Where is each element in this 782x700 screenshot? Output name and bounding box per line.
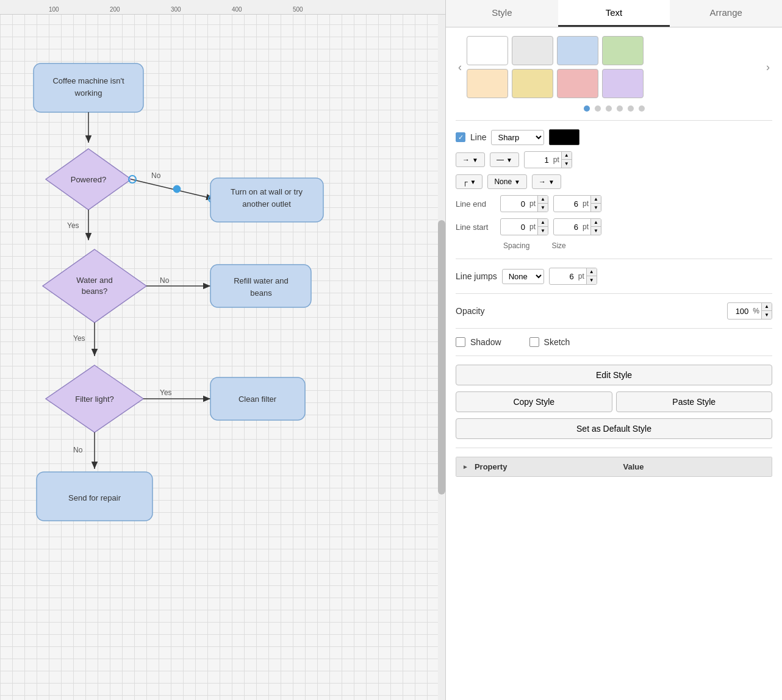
arrow-end-btn[interactable]: → ▼ [532,174,561,189]
swatches-prev-arrow[interactable]: ‹ [456,61,464,74]
ruler-mark-100: 100 [49,6,59,13]
line-jumps-size-input[interactable]: pt ▲ ▼ [549,268,597,285]
line-weight-input[interactable]: pt ▲ ▼ [524,151,572,168]
swatch-light-yellow[interactable] [512,69,553,98]
svg-marker-17 [43,249,146,323]
dot-5[interactable] [628,105,634,112]
set-default-style-button[interactable]: Set as Default Style [456,418,772,439]
opacity-down[interactable]: ▼ [762,311,772,319]
line-end-spacing-input[interactable]: pt ▲ ▼ [500,195,548,212]
line-end-size-down[interactable]: ▼ [591,204,601,212]
paste-style-button[interactable]: Paste Style [616,391,773,412]
line-start-size-down[interactable]: ▼ [591,227,601,235]
line-start-size-up[interactable]: ▲ [591,219,601,227]
svg-text:working: working [74,88,102,98]
divider-4 [456,328,772,329]
line-jumps-size-up[interactable]: ▲ [587,268,597,276]
dot-3[interactable] [606,105,612,112]
line-color-swatch[interactable] [549,129,579,145]
svg-text:Send for repair: Send for repair [68,493,121,502]
line-checkbox[interactable]: ✓ [456,132,465,142]
tab-arrange[interactable]: Arrange [670,0,782,27]
sketch-checkbox[interactable] [529,337,539,347]
swatch-white[interactable] [467,36,508,65]
canvas-scrollbar-thumb[interactable] [438,220,445,495]
line-style-btn[interactable]: — ▼ [490,152,519,167]
svg-line-7 [131,179,213,199]
line-jumps-select[interactable]: None Arc Gap Sharp [502,269,544,284]
flowchart-svg: Coffee machine isn't working Powered? No… [0,15,445,698]
line-weight-down[interactable]: ▼ [562,160,572,168]
line-start-spacing-down[interactable]: ▼ [538,227,548,235]
canvas-area[interactable]: 100 200 300 400 500 Coffee machine isn't… [0,0,445,700]
tab-text[interactable]: Text [558,0,670,27]
divider-6 [456,448,772,448]
canvas-scrollbar[interactable] [438,15,445,700]
svg-text:Clean filter: Clean filter [239,395,277,404]
right-panel: Style Text Arrange ‹ › [445,0,782,700]
line-start-label: Line start [456,223,495,232]
tab-style[interactable]: Style [446,0,558,27]
line-jumps-row: Line jumps None Arc Gap Sharp pt ▲ ▼ [456,268,772,285]
swatch-light-blue[interactable] [557,36,598,65]
svg-text:Yes: Yes [67,221,79,230]
line-jumps-label: Line jumps [456,271,497,281]
dot-6[interactable] [639,105,645,112]
line-jumps-size-down[interactable]: ▼ [587,276,597,284]
arrow-start-btn[interactable]: → ▼ [456,152,485,167]
line-start-size-input[interactable]: pt ▲ ▼ [553,218,601,235]
divider-1 [456,120,772,121]
line-end-size-input[interactable]: pt ▲ ▼ [553,195,601,212]
line-end-spacing-value[interactable] [501,198,528,210]
swatch-light-red[interactable] [557,69,598,98]
svg-text:beans?: beans? [82,287,108,296]
arrow-row-1: → ▼ — ▼ pt ▲ ▼ [456,151,772,168]
swatch-light-purple[interactable] [602,69,644,98]
line-jumps-size-value[interactable] [550,270,576,283]
waypoint-btn[interactable]: None ▼ [487,174,527,189]
connector-style-btn[interactable]: ┌ ▼ [456,174,482,189]
copy-style-button[interactable]: Copy Style [456,391,612,412]
swatch-light-green[interactable] [602,36,644,65]
line-start-size-value[interactable] [554,221,581,234]
ruler-mark-300: 300 [171,6,181,13]
value-column-header: Value [620,461,766,473]
line-weight-value[interactable] [525,154,551,166]
dot-4[interactable] [617,105,623,112]
line-end-row: Line end pt ▲ ▼ pt ▲ ▼ [456,195,772,212]
line-weight-up[interactable]: ▲ [562,152,572,160]
opacity-up[interactable]: ▲ [762,303,772,311]
ruler-mark-200: 200 [110,6,120,13]
dot-1[interactable] [584,105,590,112]
property-table-header[interactable]: ► Property Value [456,457,772,476]
shadow-label: Shadow [470,337,501,347]
swatches-grid [467,36,761,98]
dot-2[interactable] [595,105,601,112]
size-label: Size [551,241,565,250]
svg-rect-22 [210,265,311,307]
swatch-light-orange[interactable] [467,69,508,98]
shadow-checkbox[interactable] [456,337,465,347]
svg-point-10 [173,185,181,193]
opacity-value[interactable] [728,305,751,318]
property-table: ► Property Value [456,457,772,477]
svg-text:Powered?: Powered? [71,175,107,184]
line-start-spacing-value[interactable] [501,221,528,234]
ruler-mark-500: 500 [293,6,303,13]
svg-text:Coffee machine isn't: Coffee machine isn't [52,76,124,85]
ruler-mark-400: 400 [232,6,242,13]
line-style-select[interactable]: Sharp Curved Isometric [491,130,544,145]
line-end-spacing-up[interactable]: ▲ [538,196,548,204]
property-table-toggle-icon: ► [462,463,468,470]
line-end-size-up[interactable]: ▲ [591,196,601,204]
edit-style-button[interactable]: Edit Style [456,365,772,385]
line-end-size-value[interactable] [554,198,581,210]
sketch-label: Sketch [544,337,570,347]
swatches-next-arrow[interactable]: › [764,61,772,74]
opacity-input[interactable]: % ▲ ▼ [727,302,772,320]
line-end-spacing-down[interactable]: ▼ [538,204,548,212]
line-start-spacing-input[interactable]: pt ▲ ▼ [500,218,548,235]
swatch-light-gray[interactable] [512,36,553,65]
spacing-size-labels: Spacing Size [456,241,772,250]
line-start-spacing-up[interactable]: ▲ [538,219,548,227]
